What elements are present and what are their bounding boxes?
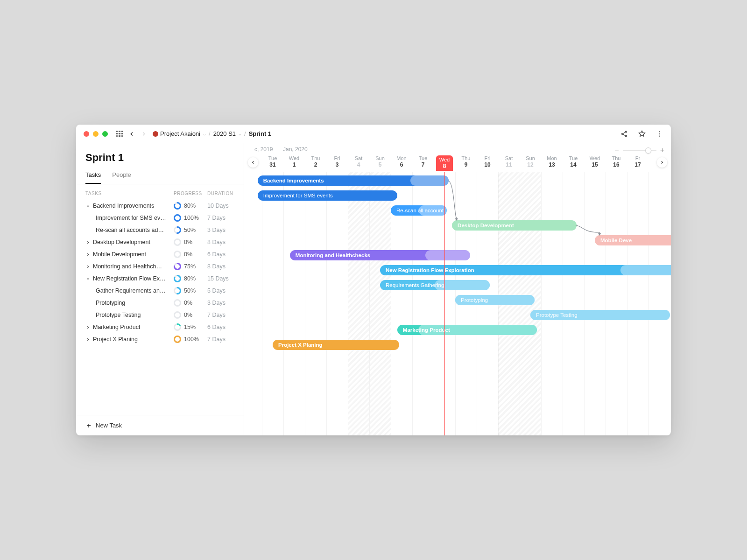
timeline-day-num: 13 — [541, 161, 563, 168]
gantt-bar[interactable]: Prototyping — [455, 295, 535, 305]
col-duration-label: DURATION — [207, 191, 234, 196]
timeline-day-dow: Tue — [412, 155, 434, 161]
timeline-day[interactable]: Fri10 — [477, 155, 498, 168]
gantt-bar[interactable]: New Registration Flow Exploration — [380, 265, 671, 275]
task-list-header: TASKS PROGRESS DURATION — [76, 184, 244, 200]
gantt-bar[interactable]: Marketing Product — [397, 325, 537, 335]
task-row[interactable]: Desktop Development0%8 Days — [76, 236, 244, 248]
timeline-day[interactable]: Thu16 — [606, 155, 627, 168]
breadcrumb-label: 2020 S1 — [213, 130, 236, 137]
task-row[interactable]: Mobile Development0%6 Days — [76, 248, 244, 260]
svg-point-5 — [659, 135, 660, 136]
task-progress: 0% — [174, 238, 207, 246]
timeline-day[interactable]: Sat11 — [498, 155, 520, 168]
progress-ring-icon — [174, 275, 181, 282]
nav-forward-button[interactable] — [141, 131, 147, 137]
task-row[interactable]: Backend Improvements80%10 Days — [76, 200, 244, 212]
task-name: Prototyping — [96, 300, 125, 306]
timeline-day[interactable]: Tue31 — [262, 155, 283, 168]
timeline-day[interactable]: Tue14 — [563, 155, 584, 168]
task-progress-value: 100% — [184, 336, 199, 343]
gantt-header: c, 2019Jan, 2020 Tue31Wed1Thu2Fri3Sat4Su… — [244, 143, 671, 172]
zoom-out-button[interactable]: − — [614, 146, 619, 154]
task-row[interactable]: Prototype Testing0%7 Days — [76, 309, 244, 321]
timeline-day[interactable]: Wed1 — [283, 155, 305, 168]
timeline-day[interactable]: Fri3 — [326, 155, 348, 168]
nav-back-button[interactable] — [128, 131, 135, 137]
gantt-bar[interactable]: Prototype Testing — [530, 310, 670, 320]
gantt-bar[interactable]: Monitoring and Healthchecks — [290, 250, 470, 260]
timeline-day[interactable]: Thu9 — [455, 155, 477, 168]
breadcrumb-item[interactable]: Project Akaioni⌵ — [153, 130, 206, 137]
task-progress-value: 0% — [184, 300, 192, 306]
task-row[interactable]: Project X Planing100%7 Days — [76, 333, 244, 345]
minimize-window-button[interactable] — [93, 131, 99, 137]
task-row[interactable]: New Registration Flow Ex…80%15 Days — [76, 273, 244, 285]
new-task-button[interactable]: New Task — [76, 415, 244, 435]
task-duration: 3 Days — [207, 227, 234, 233]
close-window-button[interactable] — [84, 131, 89, 137]
task-row[interactable]: Prototyping0%3 Days — [76, 297, 244, 309]
task-row[interactable]: Re-scan all accounts ad…50%3 Days — [76, 224, 244, 236]
chevron-right-icon[interactable] — [85, 240, 90, 245]
timeline-day[interactable]: Sun5 — [369, 155, 391, 168]
chevron-down-icon[interactable] — [85, 204, 90, 208]
timeline-scroll-right-button[interactable] — [657, 157, 667, 168]
task-list: Backend Improvements80%10 DaysImprovemen… — [76, 200, 244, 415]
task-name: Marketing Product — [93, 324, 140, 330]
chevron-right-icon[interactable] — [85, 252, 90, 257]
timeline-day[interactable]: Tue7 — [412, 155, 434, 168]
breadcrumb-item[interactable]: 2020 S1⌵ — [213, 130, 241, 137]
gantt-bar-label: Re-scan all account… — [396, 208, 449, 213]
timeline-day[interactable]: Thu2 — [305, 155, 326, 168]
task-duration: 6 Days — [207, 324, 234, 330]
timeline-day[interactable]: Sat4 — [348, 155, 369, 168]
timeline-day[interactable]: Sun12 — [520, 155, 541, 168]
progress-ring-icon — [174, 311, 181, 319]
chevron-right-icon[interactable] — [85, 337, 90, 342]
more-icon[interactable] — [656, 130, 663, 138]
task-row[interactable]: Improvement for SMS ev…100%7 Days — [76, 212, 244, 224]
gantt-bar[interactable]: Requirements Gathering — [380, 280, 490, 290]
task-row[interactable]: Marketing Product15%6 Days — [76, 321, 244, 333]
chevron-down-icon[interactable] — [85, 277, 90, 281]
svg-point-9 — [175, 215, 181, 221]
timeline-day[interactable]: Wed8 — [436, 155, 453, 171]
gantt-bar[interactable]: Project X Planing — [273, 340, 399, 350]
gantt-bar[interactable]: Improvement for SMS events — [258, 190, 397, 201]
zoom-slider[interactable] — [623, 150, 656, 151]
timeline-day-dow: Wed — [584, 155, 606, 161]
maximize-window-button[interactable] — [102, 131, 108, 137]
timeline-day[interactable]: Mon13 — [541, 155, 563, 168]
tab-people[interactable]: People — [112, 168, 131, 184]
timeline-day-dow: Sat — [498, 155, 520, 161]
svg-point-22 — [175, 300, 181, 306]
col-tasks-label: TASKS — [85, 191, 174, 196]
gantt-bar[interactable]: Re-scan all account… — [391, 205, 447, 216]
progress-ring-icon — [174, 202, 181, 210]
zoom-in-button[interactable]: + — [660, 146, 664, 154]
progress-ring-icon — [174, 238, 181, 246]
app-grid-icon[interactable] — [116, 131, 123, 137]
task-row[interactable]: Gather Requirements an…50%5 Days — [76, 285, 244, 297]
task-progress-value: 0% — [184, 239, 192, 245]
timeline-scroll-left-button[interactable] — [248, 157, 258, 168]
timeline-day[interactable]: Fr17 — [627, 155, 648, 168]
chevron-right-icon[interactable] — [85, 325, 90, 329]
task-progress-value: 80% — [184, 203, 196, 209]
task-duration: 7 Days — [207, 215, 234, 221]
task-progress: 80% — [174, 275, 207, 282]
task-duration: 3 Days — [207, 300, 234, 306]
window-controls — [84, 131, 108, 137]
breadcrumb-item[interactable]: Sprint 1 — [249, 130, 271, 137]
task-row[interactable]: Monitoring and Healthch…75%8 Days — [76, 260, 244, 273]
timeline-day[interactable]: Mon6 — [391, 155, 412, 168]
gantt-bar[interactable]: Backend Improvements — [258, 175, 449, 186]
timeline-day[interactable]: Wed15 — [584, 155, 606, 168]
timeline-day-dow: Tue — [262, 155, 283, 161]
chevron-right-icon[interactable] — [85, 265, 90, 269]
tab-tasks[interactable]: Tasks — [85, 168, 101, 184]
timeline-day-dow: Sun — [369, 155, 391, 161]
share-icon[interactable] — [620, 130, 628, 138]
star-icon[interactable] — [638, 130, 646, 138]
